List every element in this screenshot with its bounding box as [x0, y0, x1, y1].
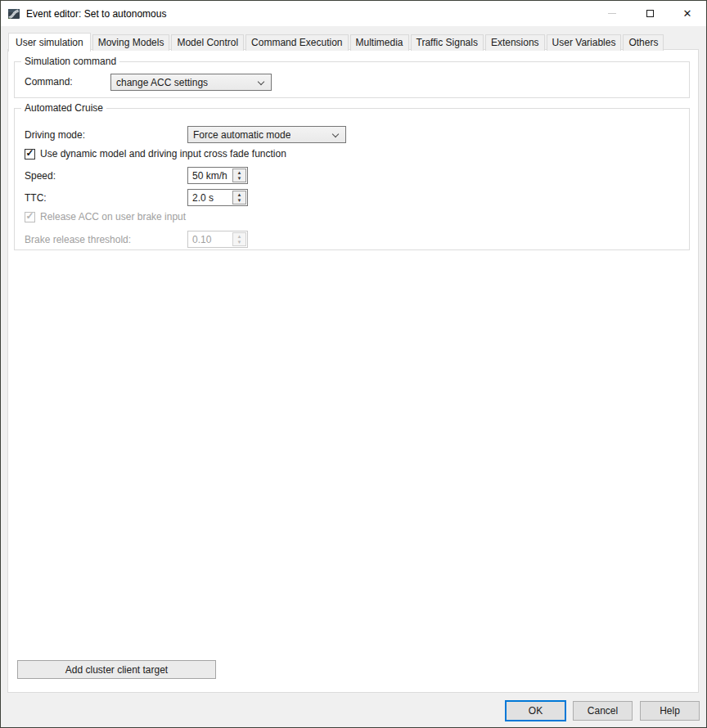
spin-down-icon[interactable]: ▼	[233, 176, 245, 182]
driving-mode-dropdown-value: Force automatic mode	[193, 129, 290, 141]
command-dropdown-value: change ACC settings	[116, 77, 208, 88]
speed-label: Speed:	[25, 170, 56, 182]
crossfade-checkbox[interactable]: ✓ Use dynamic model and driving input cr…	[25, 148, 286, 160]
tab-traffic-signals[interactable]: Traffic Signals	[411, 34, 484, 51]
add-cluster-client-target-button[interactable]: Add cluster client target	[17, 660, 216, 679]
command-dropdown[interactable]: change ACC settings	[110, 74, 272, 91]
tab-page-user-simulation: Simulation command Command: change ACC s…	[7, 49, 699, 693]
checkbox-box: ✓	[25, 212, 35, 222]
help-button[interactable]: Help	[640, 701, 700, 721]
driving-mode-label: Driving mode:	[25, 129, 85, 141]
tab-extensions[interactable]: Extensions	[485, 34, 545, 51]
tab-user-simulation[interactable]: User simulation	[8, 33, 91, 52]
command-label: Command:	[25, 76, 73, 88]
brake-threshold-stepper-value: 0.10	[188, 231, 232, 247]
tabstrip: User simulation Moving Models Model Cont…	[8, 33, 665, 51]
ttc-label: TTC:	[25, 192, 47, 204]
help-button-label: Help	[660, 705, 680, 717]
chevron-down-icon	[258, 79, 264, 85]
brake-threshold-label: Brake release threshold:	[25, 234, 131, 245]
spin-down-icon: ▼	[233, 240, 245, 246]
ttc-stepper-value[interactable]: 2.0 s	[188, 190, 232, 205]
spin-up-icon: ▲	[233, 233, 245, 240]
speed-stepper-value[interactable]: 50 km/h	[188, 168, 232, 183]
check-icon: ✓	[25, 210, 34, 222]
crossfade-checkbox-label: Use dynamic model and driving input cros…	[40, 148, 286, 160]
check-icon: ✓	[25, 147, 34, 159]
spin-up-icon[interactable]: ▲	[233, 169, 245, 176]
spin-down-icon[interactable]: ▼	[233, 198, 245, 204]
titlebar: Event editor: Set to autonomous ✕	[1, 1, 706, 26]
minimize-icon	[593, 1, 631, 26]
tab-command-execution[interactable]: Command Execution	[245, 34, 348, 51]
close-icon[interactable]: ✕	[669, 1, 706, 26]
speed-stepper[interactable]: 50 km/h ▲ ▼	[187, 167, 248, 184]
chevron-down-icon	[332, 131, 339, 137]
tab-moving-models[interactable]: Moving Models	[92, 34, 170, 51]
driving-mode-dropdown[interactable]: Force automatic mode	[187, 126, 346, 143]
maximize-icon[interactable]	[631, 1, 669, 26]
release-acc-checkbox: ✓ Release ACC on user brake input	[25, 211, 186, 222]
ok-button[interactable]: OK	[505, 700, 566, 721]
group-automated-cruise-label: Automated Cruise	[21, 102, 106, 114]
cancel-button[interactable]: Cancel	[573, 701, 633, 721]
ttc-stepper[interactable]: 2.0 s ▲ ▼	[187, 189, 248, 206]
brake-threshold-stepper-buttons: ▲ ▼	[232, 232, 246, 246]
caption-buttons: ✕	[593, 1, 706, 26]
spin-up-icon[interactable]: ▲	[233, 191, 245, 198]
app-road-icon	[7, 7, 20, 20]
group-simulation-command-label: Simulation command	[21, 56, 119, 67]
add-cluster-client-target-label: Add cluster client target	[65, 664, 168, 676]
checkbox-box: ✓	[25, 149, 35, 160]
tab-multimedia[interactable]: Multimedia	[350, 34, 409, 51]
release-acc-checkbox-label: Release ACC on user brake input	[40, 211, 186, 222]
ok-button-label: OK	[529, 705, 543, 717]
tab-others[interactable]: Others	[623, 34, 664, 51]
event-editor-window: Event editor: Set to autonomous ✕ User s…	[0, 0, 707, 728]
brake-threshold-stepper: 0.10 ▲ ▼	[187, 231, 248, 248]
cancel-button-label: Cancel	[588, 705, 618, 717]
window-title: Event editor: Set to autonomous	[26, 8, 166, 20]
tab-user-variables[interactable]: User Variables	[547, 34, 622, 51]
ttc-stepper-buttons: ▲ ▼	[232, 191, 246, 204]
group-simulation-command: Simulation command Command: change ACC s…	[14, 61, 690, 98]
speed-stepper-buttons: ▲ ▼	[232, 169, 246, 182]
group-automated-cruise: Automated Cruise Driving mode: Force aut…	[14, 108, 690, 250]
tab-model-control[interactable]: Model Control	[171, 34, 244, 51]
